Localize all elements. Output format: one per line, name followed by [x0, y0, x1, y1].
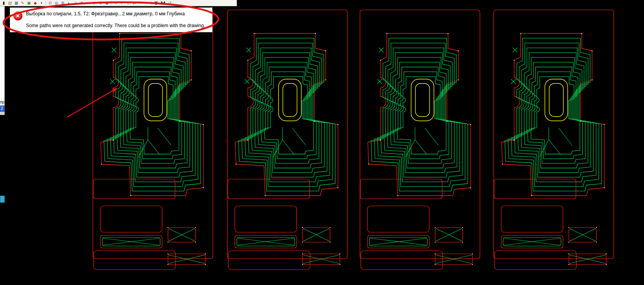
left-panel-strip: про 2 [0, 6, 5, 203]
open-file-icon[interactable]: ▤ [7, 0, 13, 6]
snap-perpendicular-icon[interactable]: ⊘ [98, 0, 103, 6]
undo-icon[interactable]: ↺ [167, 0, 173, 6]
snap-endpoint-icon[interactable]: ● [91, 0, 97, 6]
left-panel-list [0, 6, 5, 99]
curve-edit-icon[interactable]: ↷ [138, 0, 144, 6]
left-panel-clipped-label: про [0, 99, 5, 105]
node-move-icon[interactable]: ↗ [119, 0, 125, 6]
snap-node-icon[interactable]: ◎ [54, 0, 59, 6]
snap-center-icon[interactable]: ⊙ [47, 0, 53, 6]
pencil-tool-icon[interactable]: ✎ [20, 0, 26, 6]
snap-quadrant-icon[interactable]: ◐ [66, 0, 72, 6]
error-dialog[interactable]: ✕ Выборка по спирали, 1.5, Т2: Фрез/грав… [10, 7, 212, 32]
part-toolpath-1[interactable] [93, 10, 213, 270]
part-toolpath-4[interactable] [494, 10, 614, 270]
part-toolpath-3[interactable] [360, 10, 480, 270]
snap-intersection-icon[interactable]: ⊕ [60, 0, 66, 6]
node-select-icon[interactable]: ↖ [113, 0, 118, 6]
main-toolbar: ▮▤▦✎▣◆•⊙◎⊕◐◑⊚○●⊘◉↖↗↕⇄↷✂TM↺ [0, 0, 237, 6]
layers-icon[interactable]: ▣ [26, 0, 32, 6]
snap-nearest-icon[interactable]: ○ [85, 0, 91, 6]
error-x-icon: ✕ [13, 11, 22, 20]
text-tool-icon[interactable]: T [153, 0, 159, 6]
layer-icon[interactable] [0, 196, 5, 203]
node-stretch-icon[interactable]: ↕ [125, 0, 131, 6]
snap-grid-icon[interactable]: ◉ [104, 0, 110, 6]
left-panel-selected-item[interactable]: 2 [0, 105, 5, 112]
toolbar-separator [46, 1, 46, 5]
snap-tangent-icon[interactable]: ◑ [72, 0, 78, 6]
left-panel-divider [0, 112, 5, 115]
select-tool-icon[interactable]: ▮ [1, 0, 7, 6]
save-file-icon[interactable]: ▦ [13, 0, 19, 6]
toolbar-separator [111, 1, 111, 5]
error-message-operation: Выборка по спирали, 1.5, Т2: Фрез/гравир… [26, 11, 185, 17]
error-message-warning: Some paths were not generated correctly.… [26, 23, 205, 28]
left-panel-gap [0, 115, 5, 196]
app-window: ▮▤▦✎▣◆•⊙◎⊕◐◑⊚○●⊘◉↖↗↕⇄↷✂TM↺ про 2 ✕ Выбор… [0, 0, 644, 285]
snap-midpoint-icon[interactable]: ⊚ [79, 0, 85, 6]
trim-tool-icon[interactable]: ✂ [144, 0, 150, 6]
part-toolpath-2[interactable] [227, 10, 347, 270]
toolbar-separator [151, 1, 151, 5]
node-swap-icon[interactable]: ⇄ [131, 0, 137, 6]
point-tool-icon[interactable]: • [39, 0, 44, 6]
cad-canvas[interactable] [0, 0, 644, 285]
measure-tool-icon[interactable]: M [160, 0, 166, 6]
polygon-tool-icon[interactable]: ◆ [32, 0, 38, 6]
